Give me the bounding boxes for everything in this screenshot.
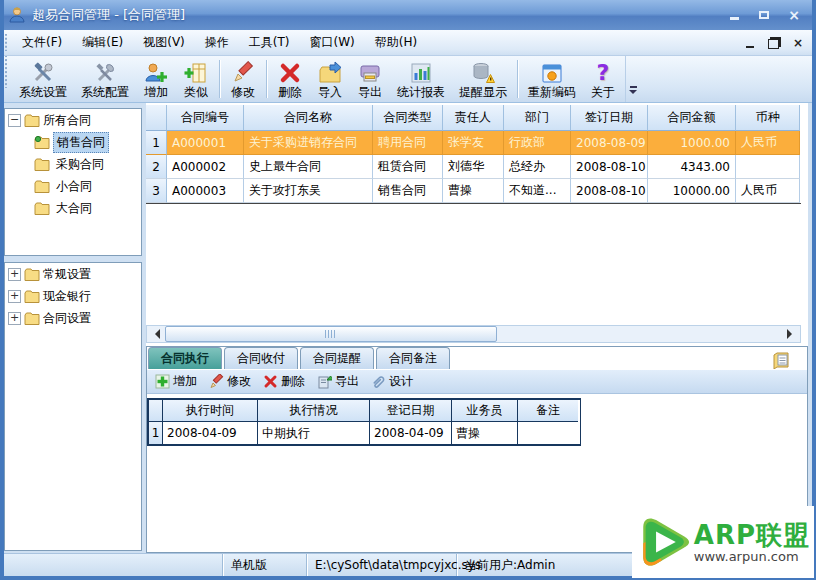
- table-row[interactable]: 2 A000002 史上最牛合同 租赁合同 刘德华 总经办 2008-08-10…: [146, 155, 801, 179]
- menu-action[interactable]: 操作: [195, 31, 239, 54]
- detail-add-button[interactable]: 增加: [151, 371, 205, 392]
- system-config-button[interactable]: 系统配置: [74, 56, 136, 102]
- detail-edit-button[interactable]: 修改: [205, 371, 259, 392]
- cell[interactable]: [518, 422, 578, 444]
- tab-contract-reminders[interactable]: 合同提醒: [300, 347, 374, 369]
- tree-node-sales-contracts[interactable]: 销售合同: [5, 131, 141, 153]
- edit-contract-button[interactable]: 修改: [223, 56, 263, 102]
- cell[interactable]: 1000.00: [648, 131, 736, 155]
- cell[interactable]: 4343.00: [648, 155, 736, 179]
- collapse-icon[interactable]: −: [8, 114, 21, 127]
- cell[interactable]: 人民币: [736, 131, 800, 155]
- scroll-right-button[interactable]: [784, 326, 800, 342]
- cell[interactable]: 10000.00: [648, 179, 736, 203]
- column-header[interactable]: 币种: [736, 105, 800, 131]
- horizontal-scrollbar[interactable]: [146, 325, 801, 343]
- menubar-grip[interactable]: [3, 34, 9, 52]
- about-button[interactable]: ? 关于: [583, 56, 623, 102]
- cell[interactable]: 2008-08-09: [571, 131, 648, 155]
- column-header[interactable]: 合同类型: [373, 105, 443, 131]
- column-header[interactable]: 责任人: [443, 105, 504, 131]
- table-row[interactable]: 3 A000003 关于攻打东吴 销售合同 曹操 不知道... 2008-08-…: [146, 179, 801, 204]
- table-row[interactable]: 1 A000001 关于采购进销存合同 聘用合同 张学友 行政部 2008-08…: [146, 131, 801, 155]
- expand-icon[interactable]: +: [8, 290, 21, 303]
- window-maximize-button[interactable]: [754, 7, 774, 23]
- tab-contract-payments[interactable]: 合同收付: [224, 347, 298, 369]
- tree-node-label[interactable]: 销售合同: [53, 132, 109, 153]
- tree-node-label[interactable]: 合同设置: [40, 309, 94, 328]
- cell[interactable]: 关于采购进销存合同: [244, 131, 373, 155]
- mdi-close-button[interactable]: ×: [790, 36, 806, 50]
- column-header[interactable]: 备注: [518, 400, 578, 422]
- column-header[interactable]: 部门: [504, 105, 571, 131]
- add-contract-button[interactable]: 增加: [136, 56, 176, 102]
- tree-node-label[interactable]: 采购合同: [53, 155, 107, 174]
- recode-button[interactable]: 重新编码: [521, 56, 583, 102]
- tree-node-label[interactable]: 现金银行: [40, 287, 94, 306]
- delete-contract-button[interactable]: 删除: [270, 56, 310, 102]
- column-header[interactable]: 合同名称: [244, 105, 373, 131]
- detail-export-button[interactable]: 导出: [313, 371, 367, 392]
- mdi-restore-button[interactable]: [766, 36, 782, 50]
- tree-node-contract-settings[interactable]: + 合同设置: [5, 307, 141, 329]
- window-close-button[interactable]: ×: [784, 7, 804, 23]
- tree-node-label[interactable]: 小合同: [53, 177, 95, 196]
- column-header[interactable]: 合同编号: [167, 105, 244, 131]
- cell[interactable]: 刘德华: [443, 155, 504, 179]
- cell[interactable]: 总经办: [504, 155, 571, 179]
- column-header[interactable]: 执行时间: [163, 400, 258, 422]
- tab-contract-notes[interactable]: 合同备注: [376, 347, 450, 369]
- tree-node-general-settings[interactable]: + 常规设置: [5, 263, 141, 285]
- cell[interactable]: 张学友: [443, 131, 504, 155]
- system-settings-button[interactable]: 系统设置: [12, 56, 74, 102]
- menu-edit[interactable]: 编辑(E): [72, 31, 133, 54]
- cell[interactable]: 行政部: [504, 131, 571, 155]
- cell[interactable]: 销售合同: [373, 179, 443, 203]
- import-button[interactable]: 导入: [310, 56, 350, 102]
- expand-icon[interactable]: +: [8, 312, 21, 325]
- export-button[interactable]: 导出: [350, 56, 390, 102]
- table-row[interactable]: 1 2008-04-09 中期执行 2008-04-09 曹操: [149, 422, 580, 444]
- column-header[interactable]: 登记日期: [370, 400, 452, 422]
- cell[interactable]: 2008-04-09: [163, 422, 258, 444]
- tree-node-label[interactable]: 常规设置: [40, 265, 94, 284]
- cell[interactable]: 关于攻打东吴: [244, 179, 373, 203]
- cell[interactable]: 史上最牛合同: [244, 155, 373, 179]
- column-header[interactable]: 业务员: [452, 400, 518, 422]
- scrollbar-thumb[interactable]: [165, 326, 497, 342]
- cell[interactable]: 2008-08-10: [571, 179, 648, 203]
- menu-file[interactable]: 文件(F): [12, 31, 72, 54]
- notebook-icon[interactable]: [772, 351, 790, 369]
- tree-node-purchase-contracts[interactable]: 采购合同: [5, 153, 141, 175]
- tree-node-all-contracts[interactable]: − 所有合同: [5, 109, 141, 131]
- tree-node-cash-bank[interactable]: + 现金银行: [5, 285, 141, 307]
- tab-contract-execution[interactable]: 合同执行: [148, 347, 222, 369]
- cell[interactable]: 人民币: [736, 179, 800, 203]
- cell[interactable]: A000003: [167, 179, 244, 203]
- cell[interactable]: 2008-04-09: [370, 422, 452, 444]
- cell[interactable]: 不知道...: [504, 179, 571, 203]
- toolbar-overflow-button[interactable]: [625, 56, 640, 102]
- reminder-button[interactable]: 提醒显示: [452, 56, 514, 102]
- scroll-left-button[interactable]: [147, 326, 163, 342]
- tree-node-label[interactable]: 所有合同: [40, 111, 94, 130]
- cell[interactable]: A000001: [167, 131, 244, 155]
- cell[interactable]: 2008-08-10: [571, 155, 648, 179]
- column-header[interactable]: 签订日期: [571, 105, 648, 131]
- tree-node-small-contracts[interactable]: 小合同: [5, 175, 141, 197]
- column-header[interactable]: 合同金额: [648, 105, 736, 131]
- tree-node-label[interactable]: 大合同: [53, 199, 95, 218]
- cell[interactable]: A000002: [167, 155, 244, 179]
- cell[interactable]: 聘用合同: [373, 131, 443, 155]
- menu-help[interactable]: 帮助(H): [365, 31, 427, 54]
- detail-delete-button[interactable]: 删除: [259, 371, 313, 392]
- menu-window[interactable]: 窗口(W): [300, 31, 365, 54]
- tree-node-big-contracts[interactable]: 大合同: [5, 197, 141, 219]
- cell[interactable]: [736, 155, 800, 179]
- menu-tools[interactable]: 工具(T): [239, 31, 300, 54]
- cell[interactable]: 曹操: [443, 179, 504, 203]
- cell[interactable]: 租赁合同: [373, 155, 443, 179]
- column-header[interactable]: 执行情况: [258, 400, 370, 422]
- duplicate-contract-button[interactable]: 类似: [176, 56, 216, 102]
- toolbar-grip[interactable]: [3, 56, 9, 88]
